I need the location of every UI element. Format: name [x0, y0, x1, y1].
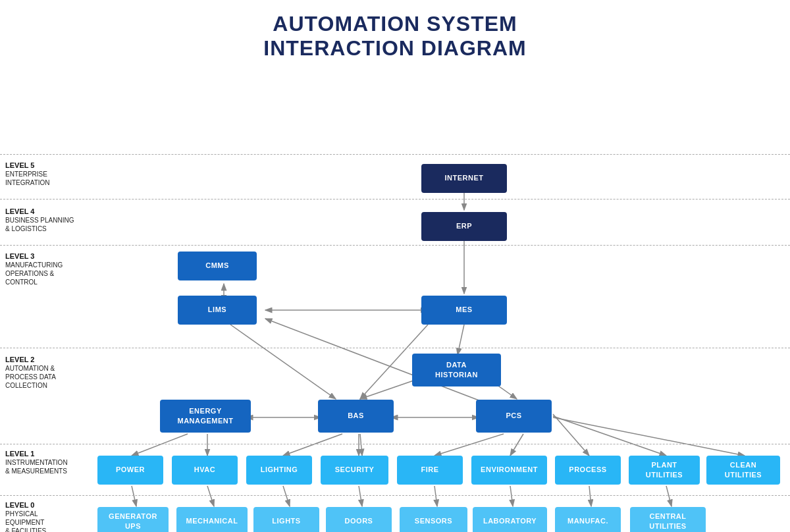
level3-label: LEVEL 3MANUFACTURINGOPERATIONS &CONTROL	[5, 252, 63, 286]
svg-line-23	[132, 434, 188, 456]
svg-line-25	[207, 486, 214, 506]
divider-level3	[0, 348, 790, 348]
node-sensors: SENSORS	[400, 507, 467, 532]
node-hvac: HVAC	[172, 456, 238, 485]
svg-line-15	[553, 416, 666, 456]
node-environment: ENVIRONMENT	[471, 456, 547, 485]
arrows-overlay	[0, 68, 790, 523]
svg-line-18	[434, 434, 504, 456]
node-manufac: MANUFAC.	[555, 507, 621, 532]
svg-line-27	[359, 486, 362, 506]
svg-line-17	[510, 434, 523, 456]
node-pcs: PCS	[476, 400, 552, 433]
svg-line-30	[589, 486, 591, 506]
node-mes: MES	[421, 296, 507, 325]
svg-line-10	[230, 325, 336, 399]
svg-line-24	[132, 486, 136, 506]
divider-level2	[0, 444, 790, 444]
level1-label: LEVEL 1INSTRUMENTATION& MEASUREMENTS	[5, 449, 68, 475]
node-power: POWER	[97, 456, 163, 485]
node-erp: ERP	[421, 212, 507, 241]
level4-label: LEVEL 4BUSINESS PLANNING& LOGISTICS	[5, 207, 74, 233]
node-security: SECURITY	[321, 456, 388, 485]
divider-level1	[0, 495, 790, 496]
divider-level4	[0, 245, 790, 246]
node-mechanical: MECHANICAL	[176, 507, 248, 532]
node-data-historian: DATAHISTORIAN	[412, 354, 501, 386]
node-generator-ups: GENERATORUPS	[97, 507, 169, 532]
node-plant-utilities: PLANTUTILITIES	[629, 456, 700, 485]
page-title: AUTOMATION SYSTEM INTERACTION DIAGRAM	[0, 0, 790, 68]
node-internet: INTERNET	[421, 164, 507, 193]
svg-line-26	[283, 486, 290, 506]
node-lims: LIMS	[178, 296, 257, 325]
node-doors: DOORS	[326, 507, 392, 532]
node-process: PROCESS	[555, 456, 621, 485]
divider-top	[0, 154, 790, 155]
level0-label: LEVEL 0PHYSICALEQUIPMENT& FACILITIES	[5, 500, 46, 532]
svg-line-6	[458, 325, 464, 355]
node-bas: BAS	[318, 400, 394, 433]
divider-level5	[0, 199, 790, 200]
node-central-utilities: CENTRALUTILITIES	[630, 507, 706, 532]
level5-label: LEVEL 5ENTERPRISEINTEGRATION	[5, 161, 50, 187]
svg-line-31	[666, 486, 672, 506]
svg-line-16	[553, 414, 589, 456]
svg-line-14	[553, 417, 745, 456]
svg-line-28	[434, 486, 437, 506]
node-lights: LIGHTS	[253, 507, 319, 532]
node-laboratory: LABORATORY	[473, 507, 547, 532]
svg-line-21	[360, 434, 362, 456]
diagram-area: LEVEL 5ENTERPRISEINTEGRATION LEVEL 4BUSI…	[0, 68, 790, 523]
node-cmms: CMMS	[178, 252, 257, 280]
node-fire: FIRE	[397, 456, 463, 485]
node-energy-management: ENERGYMANAGEMENT	[160, 400, 251, 433]
svg-line-20	[283, 434, 342, 456]
svg-line-29	[510, 486, 513, 506]
level2-label: LEVEL 2AUTOMATION &PROCESS DATACOLLECTIO…	[5, 355, 56, 390]
node-clean-utilities: CLEANUTILITIES	[706, 456, 780, 485]
node-lighting: LIGHTING	[246, 456, 312, 485]
